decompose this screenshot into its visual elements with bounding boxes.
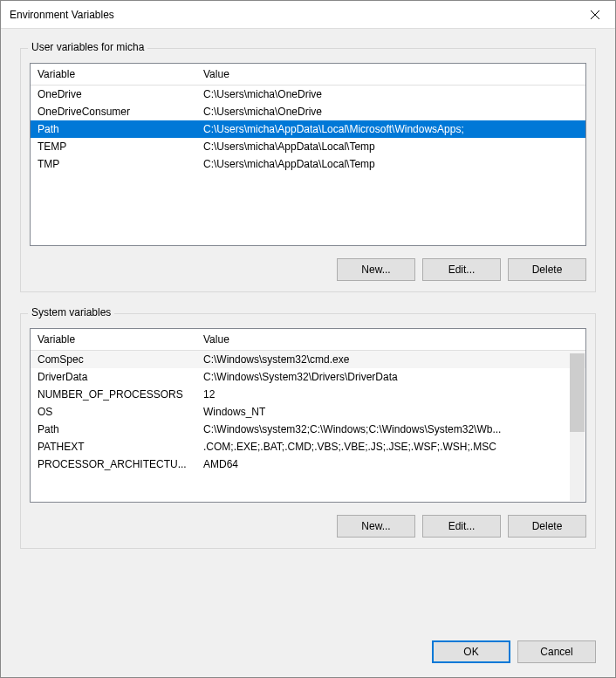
table-row[interactable]: PROCESSOR_ARCHITECTU...AMD64: [31, 455, 585, 473]
list-header: Variable Value: [31, 64, 585, 86]
cancel-button[interactable]: Cancel: [517, 640, 596, 663]
system-edit-button[interactable]: Edit...: [422, 515, 501, 538]
list-header: Variable Value: [31, 329, 585, 351]
window-title: Environment Variables: [10, 9, 114, 21]
table-row[interactable]: TMPC:\Users\micha\AppData\Local\Temp: [31, 155, 585, 173]
scrollbar-vertical[interactable]: [570, 353, 585, 501]
table-row[interactable]: PathC:\Users\micha\AppData\Local\Microso…: [31, 120, 585, 138]
cell-variable: OS: [31, 403, 196, 421]
cell-value: C:\Users\micha\AppData\Local\Temp: [196, 155, 585, 173]
system-variables-group: System variables Variable Value ComSpecC…: [20, 313, 596, 549]
table-row[interactable]: OneDriveC:\Users\micha\OneDrive: [31, 86, 585, 103]
titlebar: Environment Variables: [1, 1, 615, 29]
cell-value: C:\Users\micha\OneDrive: [196, 86, 585, 103]
table-row[interactable]: ComSpecC:\Windows\system32\cmd.exe: [31, 351, 585, 368]
cell-value: C:\Windows\system32;C:\Windows;C:\Window…: [196, 421, 585, 438]
cell-value: C:\Users\micha\OneDrive: [196, 103, 585, 120]
table-row[interactable]: OSWindows_NT: [31, 403, 585, 421]
cell-value: C:\Users\micha\AppData\Local\Microsoft\W…: [196, 120, 585, 138]
column-value[interactable]: Value: [196, 329, 585, 350]
table-row[interactable]: PathC:\Windows\system32;C:\Windows;C:\Wi…: [31, 421, 585, 438]
system-variables-list[interactable]: Variable Value ComSpecC:\Windows\system3…: [30, 328, 586, 503]
column-value[interactable]: Value: [196, 64, 585, 85]
cell-variable: PATHEXT: [31, 438, 196, 455]
user-button-row: New... Edit... Delete: [30, 258, 586, 281]
ok-button[interactable]: OK: [432, 640, 510, 663]
cell-value: Windows_NT: [196, 403, 585, 421]
user-variables-group: User variables for micha Variable Value …: [20, 48, 596, 292]
close-button[interactable]: [575, 1, 615, 28]
system-button-row: New... Edit... Delete: [30, 515, 586, 538]
environment-variables-dialog: Environment Variables User variables for…: [0, 0, 616, 678]
cell-value: .COM;.EXE;.BAT;.CMD;.VBS;.VBE;.JS;.JSE;.…: [196, 438, 585, 455]
cell-value: 12: [196, 386, 585, 403]
user-edit-button[interactable]: Edit...: [422, 258, 501, 281]
cell-variable: TEMP: [31, 138, 196, 155]
table-row[interactable]: PATHEXT.COM;.EXE;.BAT;.CMD;.VBS;.VBE;.JS…: [31, 438, 585, 455]
system-variables-label: System variables: [28, 306, 114, 318]
system-delete-button[interactable]: Delete: [508, 515, 586, 538]
user-variables-label: User variables for micha: [28, 41, 147, 53]
cell-variable: OneDriveConsumer: [31, 103, 196, 120]
column-variable[interactable]: Variable: [31, 64, 196, 85]
table-row[interactable]: NUMBER_OF_PROCESSORS12: [31, 386, 585, 403]
close-icon: [591, 10, 599, 19]
user-variables-list[interactable]: Variable Value OneDriveC:\Users\micha\On…: [30, 63, 586, 246]
column-variable[interactable]: Variable: [31, 329, 196, 350]
cell-value: C:\Users\micha\AppData\Local\Temp: [196, 138, 585, 155]
user-new-button[interactable]: New...: [337, 258, 415, 281]
cell-value: C:\Windows\system32\cmd.exe: [196, 351, 585, 368]
cell-variable: TMP: [31, 155, 196, 173]
cell-variable: NUMBER_OF_PROCESSORS: [31, 386, 196, 403]
cell-variable: OneDrive: [31, 86, 196, 103]
cell-variable: ComSpec: [31, 351, 196, 368]
system-new-button[interactable]: New...: [337, 515, 415, 538]
cell-variable: DriverData: [31, 368, 196, 386]
dialog-button-row: OK Cancel: [20, 623, 596, 663]
table-row[interactable]: DriverDataC:\Windows\System32\Drivers\Dr…: [31, 368, 585, 386]
table-row[interactable]: TEMPC:\Users\micha\AppData\Local\Temp: [31, 138, 585, 155]
cell-variable: PROCESSOR_ARCHITECTU...: [31, 455, 196, 473]
scrollbar-thumb[interactable]: [570, 353, 585, 432]
table-row[interactable]: OneDriveConsumerC:\Users\micha\OneDrive: [31, 103, 585, 120]
user-delete-button[interactable]: Delete: [508, 258, 586, 281]
cell-value: C:\Windows\System32\Drivers\DriverData: [196, 368, 585, 386]
dialog-content: User variables for micha Variable Value …: [1, 29, 615, 677]
cell-variable: Path: [31, 120, 196, 138]
cell-variable: Path: [31, 421, 196, 438]
cell-value: AMD64: [196, 455, 585, 473]
